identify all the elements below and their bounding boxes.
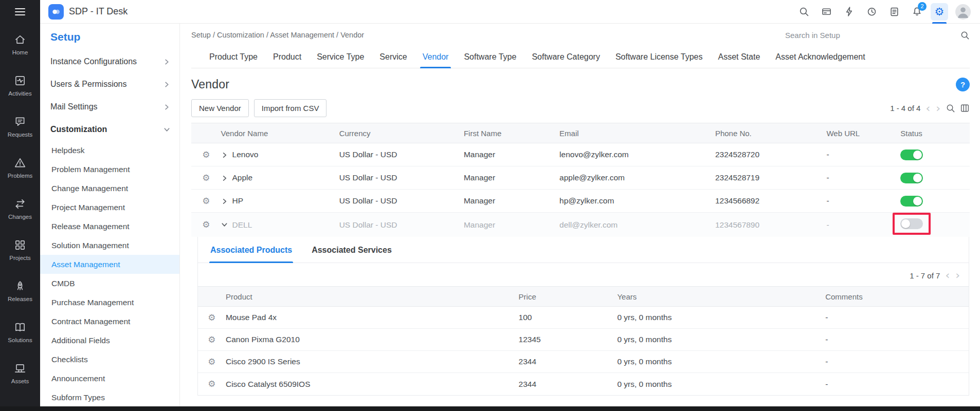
tab-asset-acknowledgement[interactable]: Asset Acknowledgement <box>768 46 873 68</box>
app-title: SDP - IT Desk <box>69 6 128 17</box>
status-toggle-on[interactable] <box>900 196 923 207</box>
vendor-name[interactable]: DELL <box>232 220 252 230</box>
sidebar-item-solution-management[interactable]: Solution Management <box>40 236 179 255</box>
rail-item-changes[interactable]: Changes <box>0 188 40 229</box>
sidebar-item-problem-management[interactable]: Problem Management <box>40 160 179 179</box>
sidebar-item-cmdb[interactable]: CMDB <box>40 274 179 293</box>
row-gear-icon[interactable]: ⚙ <box>198 358 226 366</box>
group-label: Customization <box>50 125 107 134</box>
customization-submenu: Helpdesk Problem Management Change Manag… <box>40 141 179 407</box>
notifications-button[interactable]: 2 <box>908 3 925 21</box>
row-gear-icon[interactable]: ⚙ <box>198 335 226 344</box>
sidebar-item-announcement[interactable]: Announcement <box>40 369 179 388</box>
next-page-icon[interactable]: › <box>935 103 941 114</box>
help-button[interactable]: ? <box>956 78 970 91</box>
collapse-chevron-icon[interactable] <box>221 221 228 228</box>
sidebar-group-customization[interactable]: Customization <box>40 118 179 141</box>
expand-chevron-icon[interactable] <box>221 152 228 158</box>
tab-product[interactable]: Product <box>265 46 309 68</box>
solutions-icon <box>14 321 26 333</box>
sidebar-group-instance-configurations[interactable]: Instance Configurations <box>40 50 179 73</box>
sidebar-item-change-management[interactable]: Change Management <box>40 179 179 198</box>
tab-software-type[interactable]: Software Type <box>456 46 524 68</box>
chevron-down-icon <box>164 126 170 133</box>
annotation-highlight-box <box>893 213 931 235</box>
row-gear-icon[interactable]: ⚙ <box>191 220 221 229</box>
rail-item-assets[interactable]: Assets <box>0 352 40 394</box>
sidebar-item-release-management[interactable]: Release Management <box>40 217 179 236</box>
sidebar-group-users-permissions[interactable]: Users & Permissions <box>40 73 179 96</box>
tab-service[interactable]: Service <box>372 46 414 68</box>
sidebar-item-project-management[interactable]: Project Management <box>40 198 179 217</box>
sidebar-item-subform-types[interactable]: Subform Types <box>40 388 179 407</box>
tab-asset-state[interactable]: Asset State <box>710 46 768 68</box>
prev-page-icon[interactable]: ‹ <box>925 103 931 114</box>
row-gear-icon[interactable]: ⚙ <box>191 174 221 182</box>
vendor-name[interactable]: HP <box>232 196 244 206</box>
expand-chevron-icon[interactable] <box>221 175 228 181</box>
import-from-csv-button[interactable]: Import from CSV <box>254 99 327 117</box>
next-page-icon[interactable]: › <box>955 270 960 281</box>
card-button[interactable] <box>818 3 835 21</box>
vendor-name[interactable]: Lenovo <box>232 150 259 159</box>
rail-label: Activities <box>8 90 31 97</box>
feedback-button[interactable] <box>885 3 903 21</box>
setup-search-input[interactable] <box>785 31 955 40</box>
vendor-row-apple: ⚙ Apple US Dollar - USD Manager apple@zy… <box>191 166 970 190</box>
projects-icon <box>14 239 26 251</box>
rail-item-home[interactable]: Home <box>0 24 40 65</box>
breadcrumb[interactable]: Setup / Customization / Asset Management… <box>191 31 364 39</box>
sidebar-item-checklists[interactable]: Checklists <box>40 350 179 369</box>
user-avatar[interactable] <box>955 4 971 20</box>
tab-software-category[interactable]: Software Category <box>524 46 608 68</box>
rail-item-problems[interactable]: Problems <box>0 147 40 188</box>
rail-item-solutions[interactable]: Solutions <box>0 311 40 352</box>
tab-vendor[interactable]: Vendor <box>415 46 457 68</box>
home-icon <box>14 33 26 46</box>
quick-actions-button[interactable] <box>840 3 858 21</box>
history-button[interactable] <box>863 3 880 21</box>
rail-item-projects[interactable]: Projects <box>0 229 40 270</box>
row-gear-icon[interactable]: ⚙ <box>191 151 221 159</box>
status-toggle-on[interactable] <box>900 173 923 183</box>
row-gear-icon[interactable]: ⚙ <box>191 197 221 206</box>
rail-label: Releases <box>8 296 32 302</box>
sidebar-group-mail-settings[interactable]: Mail Settings <box>40 96 179 118</box>
prev-page-icon[interactable]: ‹ <box>945 270 950 281</box>
expand-chevron-icon[interactable] <box>221 198 228 204</box>
settings-button[interactable]: ⚙ <box>931 3 948 21</box>
rail-item-requests[interactable]: Requests <box>0 106 40 147</box>
rail-item-activities[interactable]: Activities <box>0 65 40 106</box>
rail-label: Changes <box>8 214 32 220</box>
sidebar-item-contract-management[interactable]: Contract Management <box>40 312 179 331</box>
tab-software-license-types[interactable]: Software License Types <box>608 46 711 68</box>
sidebar-item-purchase-management[interactable]: Purchase Management <box>40 293 179 312</box>
tab-associated-services[interactable]: Associated Services <box>303 237 400 263</box>
page-title: Vendor <box>191 78 229 91</box>
releases-icon <box>14 280 26 292</box>
vendor-web-url: - <box>826 196 900 206</box>
sidebar-item-helpdesk[interactable]: Helpdesk <box>40 141 179 160</box>
global-search-button[interactable] <box>795 3 812 21</box>
rail-item-releases[interactable]: Releases <box>0 270 40 311</box>
new-vendor-button[interactable]: New Vendor <box>191 99 249 117</box>
status-toggle-on[interactable] <box>900 150 923 160</box>
card-icon <box>821 6 832 17</box>
row-gear-icon[interactable]: ⚙ <box>198 380 226 388</box>
vendor-name[interactable]: Apple <box>232 173 253 182</box>
setup-search-icon[interactable] <box>960 30 970 40</box>
table-search-icon[interactable] <box>946 103 955 113</box>
product-row: ⚙ Canon Pixma G2010 12345 0 yrs, 0 month… <box>198 329 969 351</box>
tab-product-type[interactable]: Product Type <box>202 46 265 68</box>
column-chooser-icon[interactable] <box>960 103 970 113</box>
tab-service-type[interactable]: Service Type <box>309 46 372 68</box>
tab-associated-products[interactable]: Associated Products <box>202 237 300 263</box>
row-gear-icon[interactable]: ⚙ <box>198 313 226 322</box>
status-toggle-off[interactable] <box>900 218 923 229</box>
sidebar-item-asset-management[interactable]: Asset Management <box>40 255 179 274</box>
sidebar-item-additional-fields[interactable]: Additional Fields <box>40 331 179 350</box>
product-row: ⚙ Mouse Pad 4x 100 0 yrs, 0 months - <box>198 307 969 329</box>
menu-toggle[interactable] <box>0 0 40 24</box>
product-price: 2344 <box>519 357 618 366</box>
app-brand[interactable]: SDP - IT Desk <box>48 4 128 20</box>
